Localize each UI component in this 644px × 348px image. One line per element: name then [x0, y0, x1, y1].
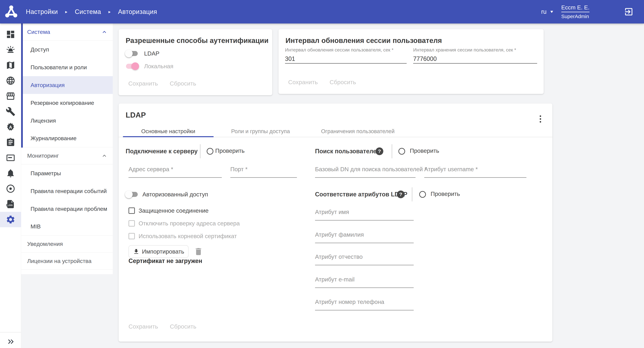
sidebar-group-2[interactable]: Мониторинг	[21, 147, 113, 164]
storefront-icon[interactable]	[0, 88, 21, 104]
checkbox-icon[interactable]	[128, 233, 135, 239]
sidebar-item[interactable]: MIB	[21, 218, 113, 236]
bell-icon[interactable]	[0, 166, 21, 181]
attr-field[interactable]: Атрибут отчество	[315, 254, 414, 266]
sidebar-item[interactable]: Параметры	[21, 164, 113, 182]
clipboard-icon[interactable]	[0, 135, 21, 150]
sidebar-item-label: Правила генерации событий	[30, 188, 107, 194]
settings-gear-icon[interactable]	[0, 212, 21, 227]
rail-divider	[0, 332, 21, 332]
double-chevron-right-icon[interactable]	[0, 335, 21, 348]
reset-button[interactable]: Сбросить	[170, 323, 196, 330]
reset-button[interactable]: Сбросить	[330, 79, 356, 86]
user-name[interactable]: Eccm E. E.	[561, 4, 590, 12]
attr-field[interactable]: Атрибут имя	[315, 209, 414, 221]
chevron-up-icon[interactable]	[101, 29, 108, 36]
checkbox-row[interactable]: Использовать корневой сертификат	[128, 233, 237, 239]
server-address-field[interactable]: Адрес сервера *	[128, 166, 222, 178]
field-underline	[315, 177, 416, 178]
attr-field[interactable]: Атрибут фамилия	[315, 231, 414, 243]
user-search-check-radio[interactable]	[398, 148, 405, 155]
chevron-up-icon[interactable]	[101, 152, 108, 159]
sidebar-item[interactable]: Резервное копирование	[21, 94, 113, 112]
user-menu[interactable]: Eccm E. E. SuperAdmin	[561, 4, 590, 19]
app-logo-icon[interactable]	[4, 4, 19, 19]
kebab-menu-icon[interactable]	[537, 114, 544, 124]
certificate-status: Сертификат не загружен	[128, 258, 202, 264]
import-button-label: Импортировать	[142, 248, 184, 255]
breadcrumb-system[interactable]: Система	[75, 8, 101, 16]
wrench-icon[interactable]	[0, 104, 21, 119]
card-title: LDAP	[126, 111, 146, 119]
tab-2[interactable]: Роли и группы доступа	[214, 126, 308, 136]
sidebar-group-3[interactable]: Уведомления	[21, 236, 113, 252]
sidebar-item[interactable]: Авторизация	[21, 76, 113, 94]
checkbox-row[interactable]: Отключить проверку адреса сервера	[128, 220, 240, 226]
breadcrumb-settings[interactable]: Настройки	[26, 8, 58, 16]
field-underline	[285, 63, 407, 64]
local-auth-toggle[interactable]	[126, 62, 138, 70]
field-placeholder: Атрибут имя	[315, 209, 349, 215]
target-icon[interactable]	[0, 181, 21, 196]
alarm-light-icon[interactable]	[0, 42, 21, 58]
attr-field[interactable]: Атрибут номер телефона	[315, 298, 414, 310]
section-row: Подключение к серверу Проверить Поиск по…	[126, 146, 545, 157]
language-selector[interactable]: ru ▼	[541, 8, 554, 15]
save-button[interactable]: Сохранить	[288, 79, 318, 86]
sidebar-group-4[interactable]: Лицензии на устройства	[21, 252, 113, 270]
sidebar-item[interactable]: Пользователи и роли	[21, 58, 113, 76]
attr-map-check-radio[interactable]	[419, 191, 426, 198]
session-storage-field[interactable]: Интервал хранения сессии пользователя, с…	[413, 47, 537, 64]
field-value[interactable]: 301	[285, 55, 295, 62]
sidebar-item-label: Лицензия	[30, 118, 56, 124]
breadcrumb-authorization[interactable]: Авторизация	[118, 8, 157, 16]
save-button[interactable]: Сохранить	[128, 80, 158, 87]
ldap-toggle[interactable]	[126, 50, 138, 57]
import-certificate-button[interactable]: Импортировать	[128, 245, 188, 258]
event-card-icon[interactable]	[0, 150, 21, 166]
map-icon[interactable]	[0, 58, 21, 73]
field-label: Интервал хранения сессии пользователя, с…	[413, 47, 516, 53]
radio-label[interactable]: Проверить	[430, 190, 460, 197]
ldap-card: LDAP Основные настройкиРоли и группы дос…	[118, 104, 552, 342]
field-placeholder: Атрибут фамилия	[315, 231, 364, 238]
reset-button[interactable]: Сбросить	[170, 80, 196, 87]
logout-button[interactable]	[624, 7, 634, 16]
svg-text:A: A	[9, 125, 12, 130]
port-field[interactable]: Порт *	[230, 166, 297, 178]
globe-icon[interactable]	[0, 73, 21, 88]
sidebar-item[interactable]: Доступ	[21, 40, 113, 58]
trash-icon[interactable]	[194, 247, 203, 256]
help-icon[interactable]: ?	[376, 148, 383, 155]
active-tab-indicator	[123, 136, 214, 137]
connection-check-radio[interactable]	[207, 148, 214, 155]
sidebar-item[interactable]: Лицензия	[21, 112, 113, 130]
section-divider	[200, 144, 200, 158]
tab-3[interactable]: Ограничения пользователей	[308, 126, 408, 136]
dashboard-icon[interactable]	[0, 27, 21, 42]
sidebar-group-label: Система	[27, 29, 50, 35]
sidebar-item[interactable]: Правила генерации событий	[21, 182, 113, 200]
attr-field[interactable]: Атрибут e-mail	[315, 276, 414, 288]
checkbox-label: Отключить проверку адреса сервера	[138, 220, 240, 227]
log-file-icon[interactable]: LOG	[0, 196, 21, 212]
sidebar-item[interactable]: Журналирование	[21, 130, 113, 147]
username-attr-field[interactable]: Атрибут username *	[424, 166, 526, 178]
tab-1[interactable]: Основные настройки	[123, 126, 214, 136]
base-dn-field[interactable]: Базовый DN для поиска пользователей *	[315, 166, 416, 178]
checkbox-icon[interactable]	[128, 208, 135, 214]
checkbox-icon[interactable]	[128, 220, 135, 226]
checkbox-row[interactable]: Защищенное соединение	[128, 208, 208, 214]
save-button[interactable]: Сохранить	[128, 323, 158, 330]
chevron-down-icon: ▼	[550, 10, 554, 14]
star-a-badge-icon[interactable]: A	[0, 119, 21, 135]
help-icon[interactable]: ?	[397, 190, 404, 198]
sidebar-item[interactable]: Правила генерации проблем	[21, 200, 113, 218]
sidebar-group-1[interactable]: Система	[21, 24, 113, 40]
language-label: ru	[541, 8, 546, 15]
radio-label[interactable]: Проверить	[410, 148, 439, 154]
session-refresh-field[interactable]: Интервал обновления сессии пользователя,…	[285, 47, 407, 64]
radio-label[interactable]: Проверить	[215, 148, 244, 154]
field-value[interactable]: 7776000	[413, 55, 437, 62]
field-placeholder: Базовый DN для поиска пользователей *	[315, 166, 427, 172]
